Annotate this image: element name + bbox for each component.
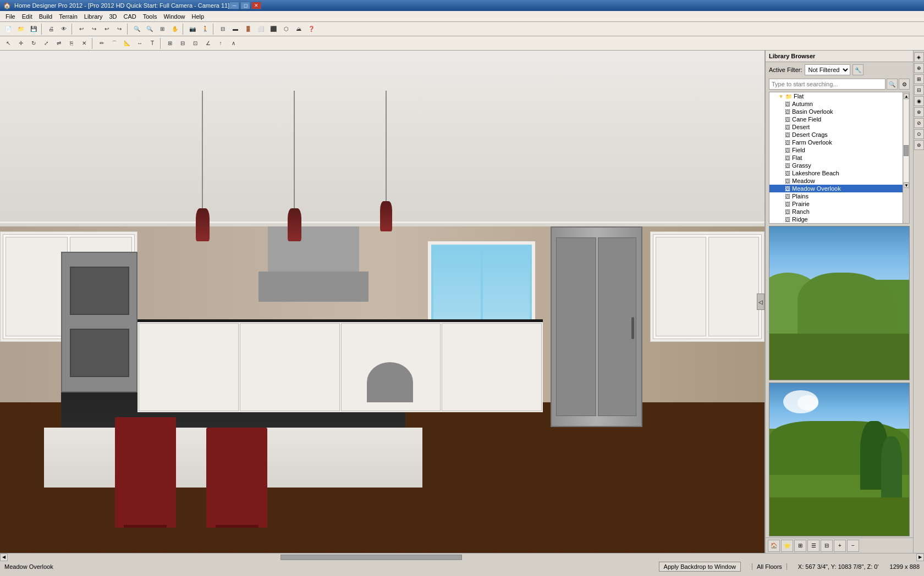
save-button[interactable]: 💾 <box>28 23 40 35</box>
tree-item-farm[interactable]: 🖼 Farm Overlook <box>769 139 903 146</box>
zoom-out-button[interactable]: 🔍 <box>144 23 156 35</box>
minimize-button[interactable]: ─ <box>229 2 239 9</box>
menu-3d[interactable]: 3D <box>106 12 120 21</box>
roof-button[interactable]: ⬡ <box>280 23 292 35</box>
tree-item-prairie[interactable]: 🖼 Prairie <box>769 200 903 208</box>
walkthrough-button[interactable]: 🚶 <box>199 23 211 35</box>
search-button[interactable]: 🔍 <box>887 79 898 90</box>
rotate-button[interactable]: ↻ <box>28 37 40 49</box>
tree-item-autumn[interactable]: 🖼 Autumn <box>769 100 903 108</box>
filter-options-button[interactable]: 🔧 <box>853 64 864 75</box>
filter-select[interactable]: Not Filtered <box>805 64 850 75</box>
menu-cad[interactable]: CAD <box>120 12 139 21</box>
floor-plan-button[interactable]: ⊟ <box>217 23 229 35</box>
open-button[interactable]: 📁 <box>15 23 27 35</box>
copy-button[interactable]: ⎘ <box>65 37 78 49</box>
draw-button[interactable]: ✏ <box>96 37 108 49</box>
menu-file[interactable]: File <box>2 12 19 21</box>
right-icon-8[interactable]: ⊙ <box>914 129 924 139</box>
preview-panel-2[interactable] <box>769 383 910 537</box>
measure-button[interactable]: 📐 <box>121 37 133 49</box>
scroll-right-arrow[interactable]: ▶ <box>916 553 924 561</box>
tree-scrollbar[interactable]: ▲ ▼ <box>903 92 909 223</box>
lib-remove-button[interactable]: − <box>847 540 859 552</box>
select-button[interactable]: ↖ <box>2 37 14 49</box>
close-button[interactable]: ✕ <box>251 2 261 9</box>
right-icon-3[interactable]: ⊞ <box>914 74 924 84</box>
move-button[interactable]: ✛ <box>15 37 27 49</box>
right-icon-1[interactable]: ◈ <box>914 52 924 62</box>
tree-item-meadow[interactable]: 🖼 Meadow <box>769 177 903 185</box>
door-button[interactable]: 🚪 <box>242 23 254 35</box>
menu-tools[interactable]: Tools <box>140 12 161 21</box>
arrow-button[interactable]: ↑ <box>215 37 227 49</box>
text-button[interactable]: T <box>146 37 158 49</box>
scale-button[interactable]: ⤢ <box>40 37 52 49</box>
tree-item-grassy[interactable]: 🖼 Grassy <box>769 162 903 169</box>
menu-edit[interactable]: Edit <box>19 12 36 21</box>
tree-item-ridge[interactable]: 🖼 Ridge <box>769 215 903 223</box>
lib-add-button[interactable]: + <box>834 540 846 552</box>
menu-window[interactable]: Window <box>160 12 188 21</box>
search-input[interactable] <box>769 79 886 90</box>
polyline-button[interactable]: ⌒ <box>108 37 120 49</box>
scroll-track[interactable] <box>8 553 916 561</box>
window-button[interactable]: ⬜ <box>255 23 267 35</box>
scroll-thumb[interactable] <box>280 555 462 560</box>
pan-button[interactable]: ✋ <box>169 23 181 35</box>
right-icon-7[interactable]: ⊘ <box>914 118 924 128</box>
print-button[interactable]: 🖨 <box>45 23 57 35</box>
undo2-button[interactable]: ↩ <box>101 23 113 35</box>
lib-detail-button[interactable]: ⊟ <box>821 540 833 552</box>
print-preview-button[interactable]: 👁 <box>58 23 70 35</box>
tree-item-desert[interactable]: 🖼 Desert <box>769 123 903 131</box>
grid-button[interactable]: ⊟ <box>177 37 189 49</box>
camera-button[interactable]: 📷 <box>186 23 199 35</box>
terrain-button[interactable]: ⛰ <box>293 23 305 35</box>
redo-button[interactable]: ↪ <box>88 23 100 35</box>
tree-item-desert-crags[interactable]: 🖼 Desert Crags <box>769 131 903 139</box>
menu-terrain[interactable]: Terrain <box>56 12 81 21</box>
viewport[interactable]: ◁ <box>0 51 765 553</box>
delete-button[interactable]: ✕ <box>78 37 90 49</box>
wall-button[interactable]: ▬ <box>229 23 241 35</box>
new-button[interactable]: 📄 <box>2 23 14 35</box>
lib-home-button[interactable]: 🏠 <box>768 540 780 552</box>
search-options-button[interactable]: ⚙ <box>899 79 910 90</box>
tree-item-plains[interactable]: 🖼 Plains <box>769 192 903 200</box>
stair-button[interactable]: ⬛ <box>267 23 279 35</box>
right-icon-2[interactable]: ⊕ <box>914 63 924 73</box>
dimension-button[interactable]: ↔ <box>134 37 146 49</box>
preview-panel-1[interactable] <box>769 226 910 380</box>
tree-item-field[interactable]: 🖼 Field <box>769 146 903 154</box>
caret-button[interactable]: ∧ <box>227 37 239 49</box>
tree-item-meadow-overlook[interactable]: 🖼 Meadow Overlook <box>769 185 903 192</box>
tree-item-lakeshore[interactable]: 🖼 Lakeshore Beach <box>769 169 903 177</box>
horizontal-scrollbar[interactable]: ◀ ▶ <box>0 553 924 561</box>
lib-list-button[interactable]: ☰ <box>807 540 820 552</box>
menu-build[interactable]: Build <box>36 12 56 21</box>
lib-star-button[interactable]: ⭐ <box>781 540 793 552</box>
lib-grid-button[interactable]: ⊞ <box>794 540 806 552</box>
restore-button[interactable]: ◻ <box>240 2 250 9</box>
redo2-button[interactable]: ↪ <box>113 23 125 35</box>
menu-library[interactable]: Library <box>81 12 106 21</box>
right-icon-9[interactable]: ⊚ <box>914 140 924 150</box>
undo-button[interactable]: ↩ <box>75 23 87 35</box>
angle-button[interactable]: ∠ <box>202 37 214 49</box>
menu-help[interactable]: Help <box>189 12 208 21</box>
tree-item-flat-folder[interactable]: ▼ 📁 Flat <box>769 92 903 100</box>
right-icon-5[interactable]: ◉ <box>914 96 924 106</box>
help-button[interactable]: ❓ <box>305 23 317 35</box>
mirror-button[interactable]: ⇌ <box>53 37 65 49</box>
right-icon-6[interactable]: ⊗ <box>914 107 924 117</box>
tree-item-basin[interactable]: 🖼 Basin Overlook <box>769 108 903 115</box>
tree-item-flat[interactable]: 🖼 Flat <box>769 154 903 162</box>
tree-item-cane-field[interactable]: 🖼 Cane Field <box>769 115 903 123</box>
panel-collapse-button[interactable]: ◁ <box>757 293 765 310</box>
right-icon-4[interactable]: ⊟ <box>914 85 924 95</box>
zoom-fit-button[interactable]: ⊞ <box>156 23 168 35</box>
zoom-in-button[interactable]: 🔍 <box>131 23 143 35</box>
tree-item-ranch[interactable]: 🖼 Ranch <box>769 208 903 215</box>
scroll-left-arrow[interactable]: ◀ <box>0 553 8 561</box>
